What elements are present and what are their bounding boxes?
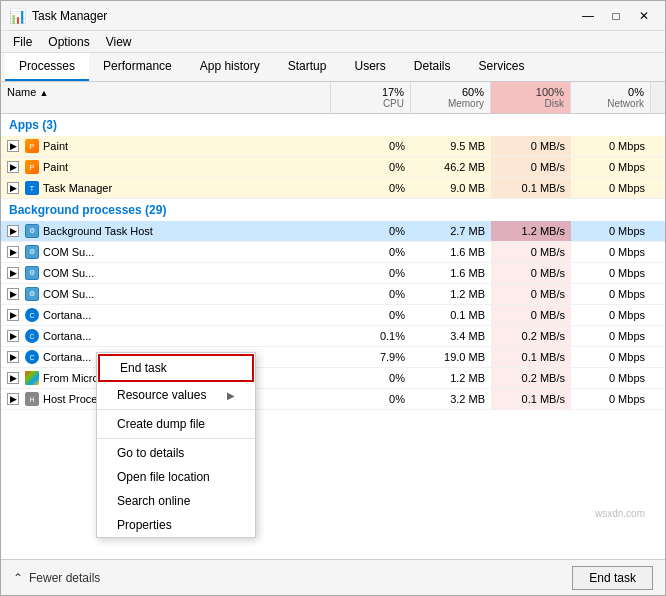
bg-icon: ⚙ bbox=[25, 224, 39, 238]
expand-icon[interactable]: ▶ bbox=[7, 140, 19, 152]
expand-icon[interactable]: ▶ bbox=[7, 393, 19, 405]
expand-icon[interactable]: ▶ bbox=[7, 267, 19, 279]
cell-disk: 0 MB/s bbox=[491, 136, 571, 156]
cortana-icon: C bbox=[25, 329, 39, 343]
ctx-create-dump[interactable]: Create dump file bbox=[97, 412, 255, 436]
fewer-details-button[interactable]: ⌃ Fewer details bbox=[13, 571, 100, 585]
cell-memory: 1.2 MB bbox=[411, 284, 491, 304]
table-row[interactable]: ▶ P Paint 0% 46.2 MB 0 MB/s 0 Mbps bbox=[1, 157, 665, 178]
table-row[interactable]: ▶ P Paint 0% 9.5 MB 0 MB/s 0 Mbps bbox=[1, 136, 665, 157]
tab-startup[interactable]: Startup bbox=[274, 53, 341, 81]
cell-name: ▶ ⚙ COM Su... bbox=[1, 242, 331, 262]
expand-icon[interactable]: ▶ bbox=[7, 288, 19, 300]
expand-icon[interactable]: ▶ bbox=[7, 309, 19, 321]
cell-cpu: 0% bbox=[331, 221, 411, 241]
table-row[interactable]: ▶ C Cortana... 0% 0.1 MB 0 MB/s 0 Mbps bbox=[1, 305, 665, 326]
bg-icon: ⚙ bbox=[25, 287, 39, 301]
ctx-separator-1 bbox=[97, 409, 255, 410]
chevron-up-icon: ⌃ bbox=[13, 571, 23, 585]
table-row[interactable]: ▶ ⚙ COM Su... 0% 1.2 MB 0 MB/s 0 Mbps bbox=[1, 284, 665, 305]
cortana-icon: C bbox=[25, 308, 39, 322]
tab-details[interactable]: Details bbox=[400, 53, 465, 81]
expand-icon[interactable]: ▶ bbox=[7, 161, 19, 173]
cell-name: ▶ P Paint bbox=[1, 157, 331, 177]
bg-icon: ⚙ bbox=[25, 266, 39, 280]
table-row[interactable]: ▶ ⚙ COM Su... 0% 1.6 MB 0 MB/s 0 Mbps bbox=[1, 242, 665, 263]
cell-cpu: 0% bbox=[331, 284, 411, 304]
expand-icon[interactable]: ▶ bbox=[7, 351, 19, 363]
cell-name: ▶ ⚙ Background Task Host bbox=[1, 221, 331, 241]
cell-cpu: 0% bbox=[331, 305, 411, 325]
menu-options[interactable]: Options bbox=[40, 33, 97, 51]
main-content: Name ▲ 17% CPU 60% Memory 100% Disk 0% N… bbox=[1, 82, 665, 559]
cell-cpu: 7.9% bbox=[331, 347, 411, 367]
cell-cpu: 0% bbox=[331, 368, 411, 388]
window-title: Task Manager bbox=[32, 9, 107, 23]
ctx-open-file-location[interactable]: Open file location bbox=[97, 465, 255, 489]
cell-disk: 0 MB/s bbox=[491, 305, 571, 325]
close-button[interactable]: ✕ bbox=[631, 6, 657, 26]
task-manager-window: 📊 Task Manager — □ ✕ File Options View P… bbox=[0, 0, 666, 596]
cell-name: ▶ C Cortana... bbox=[1, 305, 331, 325]
ctx-search-online[interactable]: Search online bbox=[97, 489, 255, 513]
context-menu: End task Resource values ▶ Create dump f… bbox=[96, 352, 256, 538]
cell-network: 0 Mbps bbox=[571, 221, 651, 241]
cell-name: ▶ C Cortana... bbox=[1, 326, 331, 346]
cell-cpu: 0.1% bbox=[331, 326, 411, 346]
ms-icon bbox=[25, 371, 39, 385]
expand-icon[interactable]: ▶ bbox=[7, 330, 19, 342]
cell-network: 0 Mbps bbox=[571, 178, 651, 198]
cell-disk: 0.2 MB/s bbox=[491, 326, 571, 346]
expand-icon[interactable]: ▶ bbox=[7, 372, 19, 384]
tab-services[interactable]: Services bbox=[465, 53, 539, 81]
table-row[interactable]: ▶ C Cortana... 0.1% 3.4 MB 0.2 MB/s 0 Mb… bbox=[1, 326, 665, 347]
table-row[interactable]: ▶ ⚙ Background Task Host 0% 2.7 MB 1.2 M… bbox=[1, 221, 665, 242]
end-task-button[interactable]: End task bbox=[572, 566, 653, 590]
cell-network: 0 Mbps bbox=[571, 389, 651, 409]
cell-name: ▶ T Task Manager bbox=[1, 178, 331, 198]
scrollbar-spacer bbox=[651, 82, 665, 113]
window-icon: 📊 bbox=[9, 8, 26, 24]
cell-network: 0 Mbps bbox=[571, 284, 651, 304]
cell-cpu: 0% bbox=[331, 389, 411, 409]
col-memory[interactable]: 60% Memory bbox=[411, 82, 491, 113]
ctx-end-task[interactable]: End task bbox=[98, 354, 254, 382]
maximize-button[interactable]: □ bbox=[603, 6, 629, 26]
tab-performance[interactable]: Performance bbox=[89, 53, 186, 81]
apps-section-header: Apps (3) bbox=[1, 114, 665, 136]
cell-disk: 0.1 MB/s bbox=[491, 347, 571, 367]
menu-file[interactable]: File bbox=[5, 33, 40, 51]
cortana-icon: C bbox=[25, 350, 39, 364]
tab-bar: Processes Performance App history Startu… bbox=[1, 53, 665, 82]
cell-cpu: 0% bbox=[331, 178, 411, 198]
col-network[interactable]: 0% Network bbox=[571, 82, 651, 113]
table-header: Name ▲ 17% CPU 60% Memory 100% Disk 0% N… bbox=[1, 82, 665, 114]
cell-disk: 0.2 MB/s bbox=[491, 368, 571, 388]
cell-cpu: 0% bbox=[331, 242, 411, 262]
menu-bar: File Options View bbox=[1, 31, 665, 53]
ctx-resource-values[interactable]: Resource values ▶ bbox=[97, 383, 255, 407]
menu-view[interactable]: View bbox=[98, 33, 140, 51]
tab-users[interactable]: Users bbox=[340, 53, 399, 81]
cell-memory: 9.0 MB bbox=[411, 178, 491, 198]
col-disk[interactable]: 100% Disk bbox=[491, 82, 571, 113]
cell-network: 0 Mbps bbox=[571, 157, 651, 177]
table-row[interactable]: ▶ T Task Manager 0% 9.0 MB 0.1 MB/s 0 Mb… bbox=[1, 178, 665, 199]
table-row[interactable]: ▶ ⚙ COM Su... 0% 1.6 MB 0 MB/s 0 Mbps bbox=[1, 263, 665, 284]
minimize-button[interactable]: — bbox=[575, 6, 601, 26]
tab-processes[interactable]: Processes bbox=[5, 53, 89, 81]
cell-disk: 1.2 MB/s bbox=[491, 221, 571, 241]
expand-icon[interactable]: ▶ bbox=[7, 182, 19, 194]
paint-icon: P bbox=[25, 160, 39, 174]
col-name[interactable]: Name ▲ bbox=[1, 82, 331, 113]
cell-name: ▶ P Paint bbox=[1, 136, 331, 156]
expand-icon[interactable]: ▶ bbox=[7, 246, 19, 258]
ctx-go-to-details[interactable]: Go to details bbox=[97, 441, 255, 465]
cell-memory: 0.1 MB bbox=[411, 305, 491, 325]
cell-disk: 0 MB/s bbox=[491, 284, 571, 304]
ctx-properties[interactable]: Properties bbox=[97, 513, 255, 537]
cell-memory: 2.7 MB bbox=[411, 221, 491, 241]
expand-icon[interactable]: ▶ bbox=[7, 225, 19, 237]
tab-app-history[interactable]: App history bbox=[186, 53, 274, 81]
col-cpu[interactable]: 17% CPU bbox=[331, 82, 411, 113]
